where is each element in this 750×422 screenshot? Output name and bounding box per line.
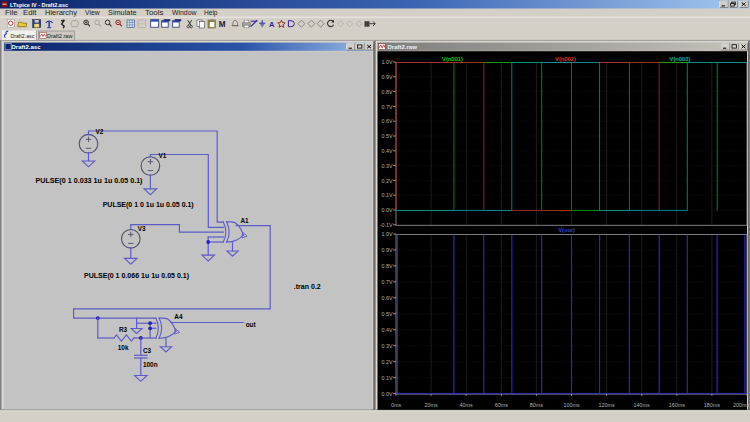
svg-text:0.8V: 0.8V xyxy=(382,89,393,95)
svg-text:0.1V: 0.1V xyxy=(382,192,393,198)
svg-text:V(n003): V(n003) xyxy=(670,56,691,62)
svg-text:140ms: 140ms xyxy=(634,402,650,408)
svg-text:0.6V: 0.6V xyxy=(382,295,393,301)
svg-text:.tran 0.2: .tran 0.2 xyxy=(294,283,321,290)
svg-text:60ms: 60ms xyxy=(495,402,508,408)
svg-text:Draft2.raw: Draft2.raw xyxy=(388,44,418,50)
svg-text:PULSE(0 1 0 1u 1u 0.05 0.1): PULSE(0 1 0 1u 1u 0.05 0.1) xyxy=(103,201,194,209)
svg-text:PULSE(0 1 0.066 1u 1u 0.05 0.1: PULSE(0 1 0.066 1u 1u 0.05 0.1) xyxy=(84,272,189,280)
svg-text:0.9V: 0.9V xyxy=(382,74,393,80)
svg-text:0.3V: 0.3V xyxy=(382,343,393,349)
svg-text:File: File xyxy=(5,9,18,16)
svg-text:Help: Help xyxy=(204,9,218,17)
svg-text:Window: Window xyxy=(172,9,197,16)
svg-text:0.4V: 0.4V xyxy=(382,327,393,333)
svg-text:0.6V: 0.6V xyxy=(382,118,393,124)
svg-text:80ms: 80ms xyxy=(530,402,543,408)
svg-text:100n: 100n xyxy=(143,361,158,368)
svg-text:0.7V: 0.7V xyxy=(382,104,393,110)
svg-text:0.0V: 0.0V xyxy=(382,391,393,397)
svg-text:160ms: 160ms xyxy=(669,402,685,408)
svg-text:C3: C3 xyxy=(143,347,152,354)
svg-text:0.5V: 0.5V xyxy=(382,311,393,317)
svg-text:0.7V: 0.7V xyxy=(382,279,393,285)
svg-text:Draft2.asc: Draft2.asc xyxy=(10,33,34,39)
svg-text:A: A xyxy=(269,20,275,29)
svg-text:Draft2.raw: Draft2.raw xyxy=(47,33,73,39)
svg-text:-0.1V: -0.1V xyxy=(380,222,393,228)
svg-text:V3: V3 xyxy=(138,225,146,232)
svg-text:0.4V: 0.4V xyxy=(382,148,393,154)
svg-text:A4: A4 xyxy=(174,313,183,320)
svg-text:1.0V: 1.0V xyxy=(382,231,393,237)
svg-text:200ms: 200ms xyxy=(733,402,749,408)
svg-text:0.9V: 0.9V xyxy=(382,247,393,253)
svg-text:LTspice IV - Draft2.asc: LTspice IV - Draft2.asc xyxy=(10,1,68,8)
svg-text:V(out): V(out) xyxy=(558,227,575,233)
svg-text:0.2V: 0.2V xyxy=(382,359,393,365)
svg-text:0.8V: 0.8V xyxy=(382,263,393,269)
svg-text:0.2V: 0.2V xyxy=(382,178,393,184)
svg-text:A1: A1 xyxy=(241,217,250,224)
svg-text:0ms: 0ms xyxy=(391,402,401,408)
svg-text:M: M xyxy=(219,20,226,29)
svg-text:180ms: 180ms xyxy=(704,402,720,408)
svg-text:20ms: 20ms xyxy=(425,402,438,408)
svg-text:V(n002): V(n002) xyxy=(555,56,576,62)
svg-text:V(n001): V(n001) xyxy=(442,56,463,62)
svg-text:Hierarchy: Hierarchy xyxy=(45,9,78,17)
svg-text:0.3V: 0.3V xyxy=(382,163,393,169)
svg-text:Simulate: Simulate xyxy=(108,9,137,16)
svg-text:Edit: Edit xyxy=(23,9,37,16)
svg-text:V2: V2 xyxy=(96,128,104,135)
svg-text:10k: 10k xyxy=(118,344,129,351)
svg-text:100ms: 100ms xyxy=(563,402,579,408)
svg-text:View: View xyxy=(85,9,100,16)
svg-text:R3: R3 xyxy=(119,326,128,333)
svg-text:40ms: 40ms xyxy=(460,402,473,408)
svg-text:out: out xyxy=(246,321,257,328)
svg-text:1.0V: 1.0V xyxy=(382,59,393,65)
svg-text:Tools: Tools xyxy=(145,9,164,16)
svg-text:0.1V: 0.1V xyxy=(382,375,393,381)
svg-text:120ms: 120ms xyxy=(599,402,615,408)
svg-text:Draft2.asc: Draft2.asc xyxy=(12,44,42,50)
svg-text:0.5V: 0.5V xyxy=(382,133,393,139)
svg-text:PULSE(0 1 0.033 1u 1u 0.05 0.1: PULSE(0 1 0.033 1u 1u 0.05 0.1) xyxy=(36,177,143,185)
svg-text:0.0V: 0.0V xyxy=(382,207,393,213)
svg-text:V1: V1 xyxy=(158,152,166,159)
